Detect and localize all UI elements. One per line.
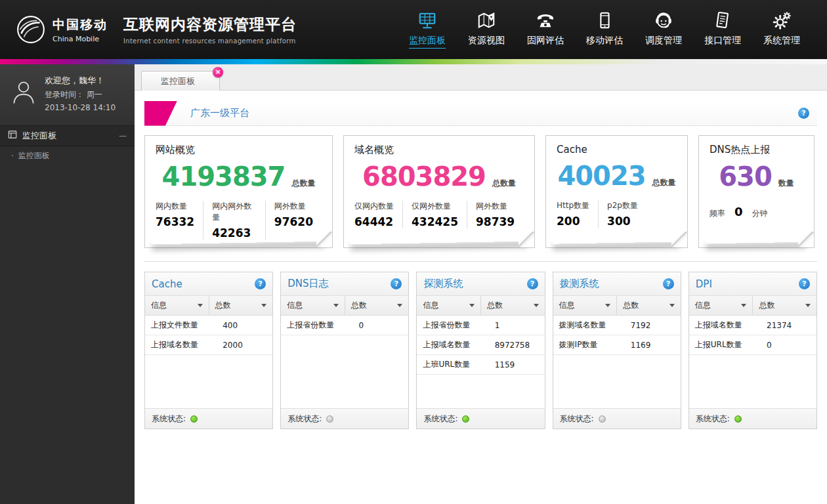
- content: 广东一级平台 ? 网站概览 4193837 总数量 网内数量: [135, 91, 827, 504]
- card-title: Cache: [557, 144, 677, 156]
- column-header-row: 信息 总数: [281, 296, 408, 316]
- login-time-label: 登录时间： 周一: [45, 88, 116, 101]
- chevron-down-icon: [669, 304, 675, 307]
- help-icon[interactable]: ?: [391, 278, 402, 289]
- row-value: 1169: [631, 341, 675, 350]
- row-label: 拨测IP数量: [559, 339, 631, 350]
- stat-value: 432425: [412, 215, 458, 228]
- summary-cards: 网站概览 4193837 总数量 网内数量 76332 网内网外数量: [144, 135, 817, 262]
- panel-list-icon: [8, 130, 17, 141]
- panel-header: Cache ?: [145, 272, 272, 296]
- accent-flag: [144, 101, 177, 126]
- card-total-value: 40023: [557, 161, 645, 191]
- chevron-down-icon: [469, 304, 475, 307]
- stat: 网内网外数量 42263: [203, 201, 265, 240]
- total-column-dropdown[interactable]: 总数: [480, 296, 545, 315]
- card-title: 网站概览: [156, 144, 322, 156]
- system-panels: Cache ? 信息 总数: [144, 272, 817, 429]
- card-stats: 网内数量 76332 网内网外数量 42263 网外数量 97620: [156, 201, 322, 240]
- stat-value: 300: [607, 215, 638, 228]
- panel-status-bar: 系统状态:: [553, 408, 681, 429]
- brand-text: 中国移动 China Mobile: [53, 16, 108, 43]
- sidebar-menu-header-monitor[interactable]: 监控面板 —: [0, 125, 135, 146]
- sidebar-item-monitor-panel[interactable]: · 监控面板: [0, 146, 135, 166]
- stat: 网内数量 76332: [156, 201, 203, 240]
- info-column-dropdown[interactable]: 信息: [553, 296, 617, 315]
- rainbow-divider: [0, 59, 827, 64]
- total-column-dropdown[interactable]: 总数: [616, 296, 681, 315]
- card-total-unit: 总数量: [652, 177, 676, 188]
- panel-title: DNS日志: [287, 278, 328, 290]
- card-total: 6803829 总数量: [354, 161, 524, 192]
- stat-label: 频率: [710, 208, 725, 219]
- total-column-dropdown[interactable]: 总数: [209, 296, 273, 315]
- row-value: 21374: [767, 321, 811, 330]
- total-column-dropdown[interactable]: 总数: [345, 296, 409, 315]
- row-label: 上报省份数量: [423, 320, 494, 331]
- panel-status-bar: 系统状态:: [145, 408, 272, 429]
- tab-monitor-panel[interactable]: 监控面板 ×: [141, 71, 220, 91]
- nav-item-label: 接口管理: [704, 35, 741, 47]
- table-row: 拨测IP数量 1169: [553, 335, 681, 355]
- bullet-icon: ·: [11, 152, 14, 161]
- panel-title: DPI: [696, 278, 712, 290]
- nav-item-label: 监控面板: [409, 35, 446, 49]
- table-row: 上报域名数量 2000: [145, 335, 272, 355]
- panel-rows: 上报文件数量 400 上报域名数量 2000: [145, 316, 272, 408]
- operator-headset-icon: [654, 10, 673, 30]
- chevron-down-icon: [397, 304, 402, 307]
- info-column-dropdown[interactable]: 信息: [145, 296, 209, 315]
- panel-status-bar: 系统状态:: [689, 408, 816, 429]
- collapse-icon[interactable]: —: [119, 131, 127, 140]
- platform-subtitle: Internet content resources management pl…: [123, 37, 297, 45]
- user-info: 欢迎您，魏华！ 登录时间： 周一 2013-10-28 14:10: [45, 74, 116, 115]
- nav-item-mobile-eval[interactable]: 移动评估: [575, 10, 634, 49]
- row-value: 8972758: [495, 341, 539, 350]
- nav-item-monitor-panel[interactable]: 监控面板: [398, 10, 457, 49]
- chevron-down-icon: [605, 304, 610, 307]
- nav-item-interface-mgmt[interactable]: 接口管理: [693, 10, 752, 49]
- interface-notes-icon: [713, 10, 732, 30]
- status-label: 系统状态:: [560, 413, 594, 425]
- nav-item-label: 系统管理: [763, 35, 800, 47]
- column-label: 信息: [423, 300, 438, 311]
- tab-label: 监控面板: [161, 75, 195, 87]
- platform-title: 互联网内容资源管理平台: [123, 14, 297, 35]
- nav-item-fixed-network-eval[interactable]: 固网评估: [516, 10, 575, 49]
- nav-item-resource-view[interactable]: 资源视图: [457, 10, 516, 49]
- chevron-down-icon: [534, 304, 539, 307]
- row-value: 0: [358, 321, 402, 330]
- help-icon[interactable]: ?: [527, 278, 538, 289]
- nav-item-dispatch-mgmt[interactable]: 调度管理: [634, 10, 693, 49]
- card-total-unit: 总数量: [492, 178, 516, 189]
- close-icon[interactable]: ×: [213, 67, 223, 77]
- nav-item-label: 移动评估: [586, 35, 623, 47]
- brand-name-zh: 中国移动: [53, 16, 108, 33]
- card-dns-hotspot: DNS热点上报 630 数量 频率 0 分钟: [698, 135, 815, 248]
- nav-item-system-mgmt[interactable]: 系统管理: [752, 10, 811, 49]
- info-column-dropdown[interactable]: 信息: [689, 296, 753, 315]
- stat: Http数量 200: [557, 200, 598, 228]
- nav-item-label: 资源视图: [468, 35, 505, 47]
- info-column-dropdown[interactable]: 信息: [281, 296, 345, 315]
- status-label: 系统状态:: [287, 413, 322, 425]
- nav-item-label: 固网评估: [527, 35, 564, 47]
- stat: 网外数量 98739: [467, 201, 523, 228]
- help-icon[interactable]: ?: [255, 278, 266, 289]
- column-label: 总数: [623, 300, 639, 311]
- info-column-dropdown[interactable]: 信息: [417, 296, 480, 315]
- brand-name-en: China Mobile: [53, 35, 108, 43]
- help-icon[interactable]: ?: [663, 278, 674, 289]
- panel-title: 拨测系统: [560, 278, 599, 290]
- table-row: 上报省份数量 1: [417, 316, 544, 335]
- panel-status-bar: 系统状态:: [417, 408, 544, 429]
- table-row: 上班URL数量 1159: [417, 355, 544, 375]
- column-label: 信息: [695, 300, 711, 311]
- card-title: 域名概览: [354, 144, 524, 156]
- help-icon[interactable]: ?: [799, 278, 810, 289]
- row-label: 上报URL数量: [695, 339, 767, 350]
- help-icon[interactable]: ?: [798, 108, 809, 119]
- total-column-dropdown[interactable]: 总数: [752, 296, 816, 315]
- row-value: 400: [223, 321, 266, 330]
- section-header: 广东一级平台 ?: [144, 101, 817, 126]
